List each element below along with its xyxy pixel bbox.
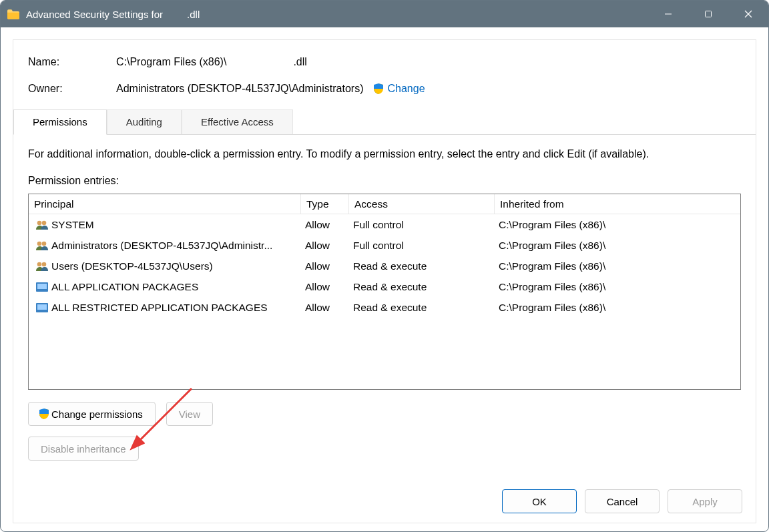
shield-icon bbox=[38, 408, 50, 420]
table-row[interactable]: ALL APPLICATION PACKAGESAllowRead & exec… bbox=[29, 276, 740, 297]
name-label: Name: bbox=[28, 56, 116, 68]
users-icon bbox=[35, 240, 49, 251]
type-cell: Allow bbox=[301, 219, 349, 231]
svg-rect-13 bbox=[37, 304, 47, 310]
tab-permissions[interactable]: Permissions bbox=[13, 109, 107, 135]
type-cell: Allow bbox=[301, 240, 349, 252]
table-row[interactable]: ALL RESTRICTED APPLICATION PACKAGESAllow… bbox=[29, 297, 740, 318]
shield-icon bbox=[372, 83, 384, 95]
folder-icon bbox=[7, 9, 19, 19]
table-header: Principal Type Access Inherited from bbox=[29, 194, 740, 214]
principal-cell: Administrators (DESKTOP-4L537JQ\Administ… bbox=[51, 240, 272, 252]
dialog-footer: OK Cancel Apply bbox=[502, 489, 742, 513]
owner-value: Administrators (DESKTOP-4L537JQ\Administ… bbox=[116, 83, 363, 95]
access-cell: Full control bbox=[349, 219, 495, 231]
tab-strip: Permissions Auditing Effective Access bbox=[13, 109, 756, 135]
close-button[interactable] bbox=[728, 1, 768, 27]
principal-cell: ALL APPLICATION PACKAGES bbox=[51, 281, 198, 293]
svg-point-6 bbox=[37, 241, 42, 246]
disable-inheritance-button[interactable]: Disable inheritance bbox=[28, 437, 139, 461]
users-icon bbox=[35, 261, 49, 272]
change-permissions-button[interactable]: Change permissions bbox=[28, 402, 156, 426]
col-access[interactable]: Access bbox=[349, 194, 495, 214]
table-row[interactable]: Users (DESKTOP-4L537JQ\Users)AllowRead &… bbox=[29, 256, 740, 276]
tab-auditing[interactable]: Auditing bbox=[107, 109, 182, 134]
apply-button[interactable]: Apply bbox=[668, 489, 742, 513]
ok-button[interactable]: OK bbox=[502, 489, 577, 513]
view-button[interactable]: View bbox=[166, 402, 213, 426]
access-cell: Full control bbox=[349, 240, 495, 252]
maximize-button[interactable] bbox=[688, 1, 728, 27]
users-icon bbox=[35, 220, 49, 230]
minimize-button[interactable] bbox=[648, 1, 688, 27]
name-value: C:\Program Files (x86)\.dll bbox=[116, 56, 307, 68]
svg-point-9 bbox=[42, 262, 47, 266]
inherited-cell: C:\Program Files (x86)\ bbox=[495, 219, 740, 231]
svg-point-5 bbox=[42, 220, 47, 225]
inherited-cell: C:\Program Files (x86)\ bbox=[495, 260, 740, 272]
col-type[interactable]: Type bbox=[301, 194, 349, 214]
inherited-cell: C:\Program Files (x86)\ bbox=[495, 302, 740, 314]
svg-point-8 bbox=[37, 262, 42, 266]
principal-cell: Users (DESKTOP-4L537JQ\Users) bbox=[51, 260, 213, 272]
access-cell: Read & execute bbox=[349, 260, 495, 272]
svg-rect-11 bbox=[37, 284, 47, 289]
owner-label: Owner: bbox=[28, 83, 116, 95]
window-title: Advanced Security Settings for.dll bbox=[26, 9, 200, 20]
owner-row: Owner: Administrators (DESKTOP-4L537JQ\A… bbox=[28, 83, 756, 95]
titlebar[interactable]: Advanced Security Settings for.dll bbox=[1, 1, 768, 27]
permissions-table[interactable]: Principal Type Access Inherited from SYS… bbox=[28, 194, 741, 390]
tab-effective-access[interactable]: Effective Access bbox=[182, 109, 293, 134]
cancel-button[interactable]: Cancel bbox=[585, 489, 660, 513]
inherited-cell: C:\Program Files (x86)\ bbox=[495, 240, 740, 252]
table-row[interactable]: SYSTEMAllowFull controlC:\Program Files … bbox=[29, 214, 740, 235]
change-owner-link[interactable]: Change bbox=[372, 83, 425, 95]
principal-cell: ALL RESTRICTED APPLICATION PACKAGES bbox=[51, 302, 268, 314]
inherited-cell: C:\Program Files (x86)\ bbox=[495, 281, 740, 293]
window-controls bbox=[648, 1, 768, 27]
package-icon bbox=[35, 302, 49, 313]
security-settings-window: Advanced Security Settings for.dll Name:… bbox=[0, 0, 769, 532]
name-row: Name: C:\Program Files (x86)\.dll bbox=[28, 56, 756, 68]
package-icon bbox=[35, 282, 49, 292]
table-row[interactable]: Administrators (DESKTOP-4L537JQ\Administ… bbox=[29, 235, 740, 256]
access-cell: Read & execute bbox=[349, 281, 495, 293]
type-cell: Allow bbox=[301, 302, 349, 314]
svg-point-4 bbox=[37, 220, 42, 225]
type-cell: Allow bbox=[301, 281, 349, 293]
entries-label: Permission entries: bbox=[28, 175, 741, 187]
svg-rect-1 bbox=[706, 11, 712, 17]
svg-point-7 bbox=[42, 241, 47, 246]
col-inherited[interactable]: Inherited from bbox=[495, 194, 740, 214]
info-hint: For additional information, double-click… bbox=[28, 148, 741, 160]
access-cell: Read & execute bbox=[349, 302, 495, 314]
principal-cell: SYSTEM bbox=[51, 219, 94, 231]
col-principal[interactable]: Principal bbox=[29, 194, 301, 214]
type-cell: Allow bbox=[301, 260, 349, 272]
